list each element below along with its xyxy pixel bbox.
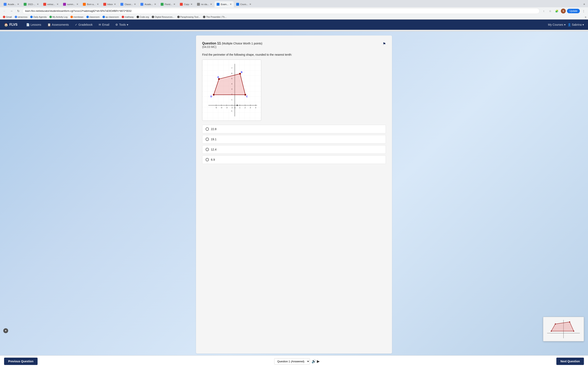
- tab-favicon-acade1: [4, 3, 7, 6]
- bookmark-item-5[interactable]: classroom: [85, 15, 101, 18]
- profile-menu-icon[interactable]: S: [561, 8, 566, 14]
- radio-d[interactable]: [206, 158, 209, 161]
- radio-a[interactable]: [206, 127, 209, 131]
- svg-text:-3: -3: [226, 107, 227, 109]
- bookmark-label-6: ap classroom: [105, 16, 119, 18]
- bookmark-label-11: The Preamble | Th...: [206, 16, 226, 18]
- browser-tab-summ[interactable]: summ... ✕: [61, 1, 80, 7]
- tab-label-cours: Cours...: [240, 3, 248, 6]
- bookmark-favicon-1: [15, 16, 17, 18]
- tab-close-copy[interactable]: ✕: [190, 3, 192, 6]
- svg-text:1: 1: [231, 99, 232, 101]
- new-tab-button[interactable]: +: [582, 1, 586, 7]
- tab-close-2022[interactable]: ✕: [37, 3, 39, 6]
- bookmark-item-10[interactable]: Paraphrasing Tool...: [176, 15, 201, 18]
- bookmark-item-6[interactable]: ap classroom: [101, 15, 120, 18]
- next-question-button[interactable]: Next Question: [556, 358, 584, 365]
- nav-link-tools[interactable]: ⚙Tools ▾: [113, 22, 131, 27]
- bookmark-item-2[interactable]: Daily Agenda: [29, 15, 48, 18]
- svg-point-38: [237, 105, 238, 106]
- svg-text:-4: -4: [221, 107, 222, 109]
- tab-close-cours[interactable]: ✕: [249, 3, 251, 6]
- browser-tab-classr[interactable]: Classr... ✕: [118, 1, 138, 7]
- bookmark-favicon-10: [177, 16, 180, 18]
- browser-tab-florid[interactable]: Florid... ✕: [159, 1, 178, 7]
- question-title-area: Question 11 (Multiple Choice Worth 1 poi…: [202, 42, 262, 51]
- tab-favicon-nosla: [197, 3, 200, 6]
- browser-tab-extrac[interactable]: extrac... ✕: [41, 1, 61, 7]
- home-icon: 🏠: [4, 23, 8, 27]
- tab-close-summ[interactable]: ✕: [76, 3, 78, 6]
- svg-text:C: C: [246, 95, 248, 98]
- tab-close-florid[interactable]: ✕: [173, 3, 175, 6]
- question-dropdown[interactable]: Question 1 (Answered): [274, 358, 310, 365]
- bookmark-item-0[interactable]: Gmail: [2, 15, 13, 18]
- tab-bar: Acade... ✕ 2022-... ✕ extrac... ✕ summ..…: [0, 0, 588, 7]
- share-icon[interactable]: ↑: [541, 8, 546, 14]
- browser-tab-born[interactable]: Born a... ✕: [81, 1, 101, 7]
- radio-b[interactable]: [206, 138, 209, 141]
- tab-close-born[interactable]: ✕: [97, 3, 99, 6]
- nav-link-lessons[interactable]: 📄Lessons: [24, 22, 44, 27]
- update-button[interactable]: Update: [567, 9, 580, 13]
- bookmark-favicon-2: [30, 16, 33, 18]
- bookmark-icon[interactable]: ☆: [547, 8, 553, 14]
- bookmark-item-1[interactable]: veracross: [13, 15, 29, 18]
- back-button[interactable]: ←: [2, 8, 7, 14]
- media-controls-icon[interactable]: 🔊 ▶: [311, 359, 320, 364]
- more-bookmarks-icon[interactable]: »: [585, 15, 586, 18]
- browser-tab-exam[interactable]: Exam... ✕: [215, 1, 233, 7]
- nav-link-email[interactable]: ✉Email: [96, 22, 112, 27]
- thumbnail-inner: [543, 317, 584, 341]
- tab-favicon-inbox: [103, 3, 106, 6]
- video-icon: ▶: [317, 359, 320, 364]
- tab-close-extrac[interactable]: ✕: [57, 3, 59, 6]
- tab-close-nosla[interactable]: ✕: [210, 3, 212, 6]
- nav-link-label-4: Tools: [119, 23, 126, 26]
- previous-question-button[interactable]: Previous Question: [4, 358, 38, 365]
- browser-tab-acade1[interactable]: Acade... ✕: [2, 1, 21, 7]
- tab-close-acade2[interactable]: ✕: [154, 3, 156, 6]
- tab-close-acade1[interactable]: ✕: [17, 3, 19, 6]
- browser-tab-2022[interactable]: 2022-... ✕: [22, 1, 41, 7]
- bookmark-item-4[interactable]: membean: [69, 15, 85, 18]
- bookmark-favicon-3: [49, 16, 52, 18]
- reload-button[interactable]: ↻: [16, 8, 21, 14]
- nav-link-gradebook[interactable]: ✓Gradebook: [72, 22, 95, 27]
- browser-tab-cours[interactable]: Cours... ✕: [234, 1, 254, 7]
- bookmark-item-9[interactable]: Digital Resources...: [150, 15, 175, 18]
- my-courses-link[interactable]: My Courses ▾: [548, 23, 566, 26]
- chrome-menu-icon[interactable]: ⋮: [581, 8, 586, 14]
- bookmark-favicon-5: [86, 16, 89, 18]
- bookmark-label-0: Gmail: [6, 16, 12, 18]
- nav-icon-4: ⚙: [115, 23, 118, 26]
- user-profile-link[interactable]: 👤 Sabrina ▾: [568, 23, 584, 26]
- browser-tab-inbox[interactable]: Inbox ✕: [101, 1, 118, 7]
- radio-c[interactable]: [206, 148, 209, 151]
- thumbnail-svg: [545, 319, 582, 339]
- scroll-indicator[interactable]: ▼: [3, 328, 8, 333]
- answer-value-c: 12.4: [211, 148, 216, 151]
- answer-option-b[interactable]: 19.1: [202, 135, 386, 143]
- bookmark-item-7[interactable]: mathway: [121, 15, 135, 18]
- address-input[interactable]: [22, 8, 540, 14]
- browser-tab-copy[interactable]: Copy ✕: [178, 1, 195, 7]
- answer-option-c[interactable]: 12.4: [202, 145, 386, 154]
- tab-close-inbox[interactable]: ✕: [114, 3, 116, 6]
- bookmark-item-8[interactable]: Code.org: [135, 15, 150, 18]
- bookmark-item-3[interactable]: My Activity Log: [48, 15, 69, 18]
- forward-button[interactable]: →: [9, 8, 14, 14]
- bookmark-favicon-4: [70, 16, 73, 18]
- tab-close-exam[interactable]: ✕: [230, 3, 232, 6]
- answer-option-d[interactable]: 6.9: [202, 155, 386, 164]
- flag-icon[interactable]: ⚑: [383, 42, 386, 46]
- browser-tab-nosla[interactable]: no sla... ✕: [195, 1, 214, 7]
- extension-icon[interactable]: 🧩: [554, 8, 560, 14]
- flvs-nav: 🏠 FLVS 📄Lessons📋Assessments✓Gradebook✉Em…: [0, 20, 588, 30]
- bookmark-item-11[interactable]: The Preamble | Th...: [202, 15, 228, 18]
- answer-value-a: 22.8: [211, 127, 216, 131]
- tab-close-classr[interactable]: ✕: [134, 3, 136, 6]
- nav-link-assessments[interactable]: 📋Assessments: [45, 22, 71, 27]
- answer-option-a[interactable]: 22.8: [202, 125, 386, 133]
- browser-tab-acade2[interactable]: Acade... ✕: [138, 1, 158, 7]
